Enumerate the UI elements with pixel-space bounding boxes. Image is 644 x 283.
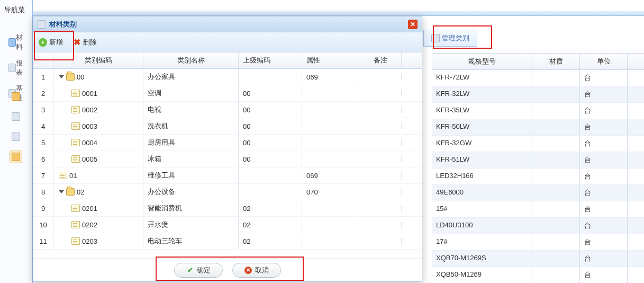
cell-spec: 17# xyxy=(432,234,532,250)
col-spec[interactable]: 规格型号 xyxy=(432,54,532,69)
cell-material xyxy=(532,70,580,86)
table-row[interactable]: KFR-35LW台 xyxy=(432,103,644,119)
col-code[interactable]: 类别编码 xyxy=(53,52,143,68)
table-row[interactable]: LD40U3100台 xyxy=(432,218,644,234)
category-row[interactable]: 100202开水煲02 xyxy=(33,217,422,233)
category-row[interactable]: 100办公家具069 xyxy=(33,69,422,85)
cell-number: 8 xyxy=(33,185,53,199)
file-icon xyxy=(71,122,80,130)
col-number[interactable] xyxy=(33,52,53,68)
cell-material xyxy=(532,86,580,102)
cell-note xyxy=(359,222,402,228)
cell-code: 00 xyxy=(53,70,143,84)
table-row[interactable]: 49E6000台 xyxy=(432,185,644,201)
cell-material xyxy=(532,267,580,283)
cell-note xyxy=(359,189,402,195)
tab-manage-category[interactable]: 管理类别 xyxy=(423,30,477,47)
category-row[interactable]: 701维修工具069 xyxy=(33,167,422,184)
nav-item-label: 报表 xyxy=(16,58,28,77)
add-button[interactable]: + 新增 xyxy=(39,38,63,47)
file-icon xyxy=(71,205,80,212)
category-grid-body[interactable]: 100办公家具06920001空调0030002电视0040003洗衣机0050… xyxy=(33,69,422,258)
cell-unit: 台 xyxy=(580,218,628,234)
cell-code: 0202 xyxy=(53,218,143,232)
cell-material xyxy=(532,136,580,152)
file-icon xyxy=(71,106,80,113)
sidebar-tool-icon[interactable] xyxy=(10,110,22,123)
expand-toggle-icon[interactable] xyxy=(59,190,64,193)
cell-code: 01 xyxy=(53,169,143,183)
nav-item-material[interactable]: 材料 xyxy=(4,30,32,55)
dialog-titlebar[interactable]: 材料类别 ✕ xyxy=(33,16,422,32)
table-row[interactable]: LED32H166台 xyxy=(432,169,644,185)
table-icon xyxy=(8,64,16,72)
cell-spec: LD40U3100 xyxy=(432,218,532,234)
sidebar-tool-icon-active[interactable] xyxy=(10,151,22,163)
category-row[interactable]: 110203电动三轮车02 xyxy=(33,233,422,250)
col-attr[interactable]: 属性 xyxy=(302,52,359,68)
cell-code: 0203 xyxy=(53,234,143,249)
cell-unit: 台 xyxy=(580,201,628,217)
cell-attr: 069 xyxy=(302,70,359,84)
delete-button[interactable]: ✖ 删除 xyxy=(72,38,97,47)
cell-parent: 02 xyxy=(239,218,302,232)
cell-material xyxy=(532,103,580,119)
table-row[interactable]: KFR-32LW台 xyxy=(432,86,644,103)
table-row[interactable]: KFR-72LW台 xyxy=(432,70,644,86)
col-name[interactable]: 类别名称 xyxy=(143,52,239,68)
cell-parent: 02 xyxy=(239,201,302,216)
category-row[interactable]: 90201智能消费机02 xyxy=(33,200,422,217)
cell-material xyxy=(532,218,580,234)
folder-icon xyxy=(66,73,75,81)
category-row[interactable]: 60005冰箱00 xyxy=(33,151,422,167)
category-row[interactable]: 40003洗衣机00 xyxy=(33,118,422,135)
file-icon xyxy=(71,221,80,228)
cell-unit: 台 xyxy=(580,251,628,267)
col-unit[interactable]: 单位 xyxy=(580,54,628,69)
table-row[interactable]: KFR-50LW台 xyxy=(432,119,644,136)
table-row[interactable]: XQB50-M1269台 xyxy=(432,267,644,283)
cell-spec: LED32H166 xyxy=(432,169,532,184)
cell-number: 9 xyxy=(33,201,53,216)
cell-parent: 00 xyxy=(239,119,302,134)
cell-number: 10 xyxy=(33,218,53,232)
file-icon xyxy=(59,172,67,179)
material-table: 规格型号 材质 单位 KFR-72LW台KFR-32LW台KFR-35LW台KF… xyxy=(432,53,644,283)
cell-spec: XQB50-M1269 xyxy=(432,267,532,283)
col-material[interactable]: 材质 xyxy=(532,54,580,69)
disc-gear-icon xyxy=(12,153,20,161)
table-row[interactable]: KFR-51LW台 xyxy=(432,152,644,169)
table-row[interactable]: KFR-32GW台 xyxy=(432,136,644,152)
cell-parent xyxy=(239,74,302,80)
sidebar-tool-icon[interactable] xyxy=(10,130,22,143)
cell-code: 0201 xyxy=(53,201,143,216)
code-text: 00 xyxy=(77,73,84,81)
category-row[interactable]: 802办公设备070 xyxy=(33,184,422,200)
table-row[interactable]: 15#台 xyxy=(432,201,644,218)
code-text: 0003 xyxy=(82,122,97,130)
col-note[interactable]: 备注 xyxy=(359,52,402,68)
expand-toggle-icon[interactable] xyxy=(59,75,64,78)
close-button[interactable]: ✕ xyxy=(408,20,418,29)
cell-code: 0001 xyxy=(53,86,143,101)
cell-parent: 00 xyxy=(239,152,302,166)
category-row[interactable]: 50004厨房用具00 xyxy=(33,135,422,151)
col-parent[interactable]: 上级编码 xyxy=(239,52,302,68)
sidebar-tool-icon[interactable] xyxy=(10,90,22,103)
table-row[interactable]: 17#台 xyxy=(432,234,644,251)
cell-name: 智能消费机 xyxy=(143,200,239,216)
cancel-button-label: 取消 xyxy=(255,266,269,275)
cell-note xyxy=(359,238,402,244)
table-row[interactable]: XQB70-M1269S台 xyxy=(432,251,644,267)
cell-unit: 台 xyxy=(580,234,628,250)
cell-name: 电视 xyxy=(143,102,239,118)
cell-attr xyxy=(302,156,359,162)
nav-item-report[interactable]: 报表 xyxy=(4,55,32,81)
folder-icon xyxy=(66,188,75,196)
cancel-button[interactable]: ✕ 取消 xyxy=(232,263,281,278)
ok-button[interactable]: ✔ 确定 xyxy=(174,263,223,278)
cell-unit: 台 xyxy=(580,267,628,283)
cell-attr xyxy=(302,205,359,211)
category-row[interactable]: 20001空调00 xyxy=(33,85,422,102)
category-row[interactable]: 30002电视00 xyxy=(33,102,422,118)
